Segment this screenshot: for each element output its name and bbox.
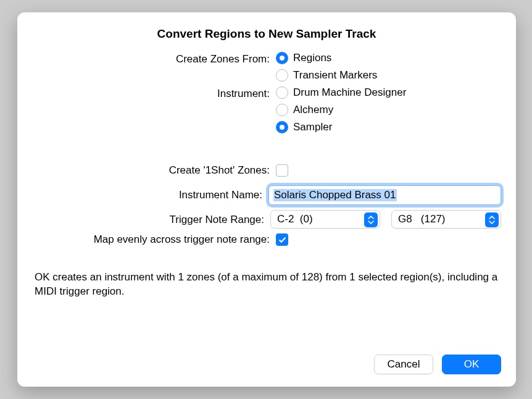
- cancel-button[interactable]: Cancel: [374, 355, 433, 374]
- radio-label: Alchemy: [293, 104, 333, 116]
- radio-label: Regions: [293, 52, 331, 64]
- radio-label: Sampler: [293, 121, 332, 133]
- radio-instrument-sampler[interactable]: Sampler: [276, 121, 501, 133]
- row-instrument: Instrument: Drum Machine Designer Alchem…: [32, 86, 501, 133]
- trigger-high-select[interactable]: G8 (127): [391, 210, 501, 229]
- radio-zones-regions[interactable]: Regions: [276, 52, 501, 64]
- radio-icon: [276, 121, 288, 133]
- instrument-name-input[interactable]: [268, 185, 501, 205]
- radio-instrument-dmd[interactable]: Drum Machine Designer: [276, 86, 501, 99]
- radio-instrument-alchemy[interactable]: Alchemy: [276, 104, 501, 116]
- stepper-icon: [485, 212, 499, 227]
- label-instrument: Instrument:: [32, 86, 276, 100]
- row-create-zones-from: Create Zones From: Regions Transient Mar…: [32, 52, 501, 82]
- radio-label: Transient Markers: [293, 69, 377, 82]
- trigger-low-value: C-2 (0): [277, 213, 313, 225]
- checkbox-oneshot[interactable]: [276, 164, 288, 177]
- trigger-low-select[interactable]: C-2 (0): [270, 210, 380, 229]
- label-create-zones-from: Create Zones From:: [32, 52, 276, 65]
- convert-regions-dialog: Convert Regions to New Sampler Track Cre…: [17, 12, 516, 387]
- ok-button[interactable]: OK: [442, 355, 501, 374]
- label-trigger-range: Trigger Note Range:: [32, 210, 270, 226]
- trigger-high-value: G8 (127): [398, 213, 446, 225]
- label-instrument-name: Instrument Name:: [32, 185, 268, 201]
- checkmark-icon: [278, 236, 286, 244]
- row-oneshot-zones: Create '1Shot' Zones:: [32, 163, 501, 177]
- row-map-evenly: Map evenly across trigger note range:: [32, 233, 501, 246]
- info-text: OK creates an instrument with 1 zones (o…: [32, 271, 501, 299]
- stepper-icon: [364, 212, 378, 227]
- row-instrument-name: Instrument Name: Solaris Chopped Brass 0…: [32, 185, 501, 205]
- label-oneshot: Create '1Shot' Zones:: [32, 163, 276, 177]
- dialog-title: Convert Regions to New Sampler Track: [32, 27, 501, 41]
- label-map-evenly: Map evenly across trigger note range:: [32, 233, 276, 246]
- checkbox-map-evenly[interactable]: [276, 233, 288, 246]
- radio-label: Drum Machine Designer: [293, 86, 406, 99]
- row-trigger-range: Trigger Note Range: C-2 (0) G8 (127): [32, 210, 501, 229]
- radio-icon: [276, 69, 288, 82]
- radio-icon: [276, 104, 288, 116]
- button-row: Cancel OK: [32, 355, 501, 374]
- radio-icon: [276, 86, 288, 99]
- radio-icon: [276, 52, 288, 64]
- radio-zones-transient-markers[interactable]: Transient Markers: [276, 69, 501, 82]
